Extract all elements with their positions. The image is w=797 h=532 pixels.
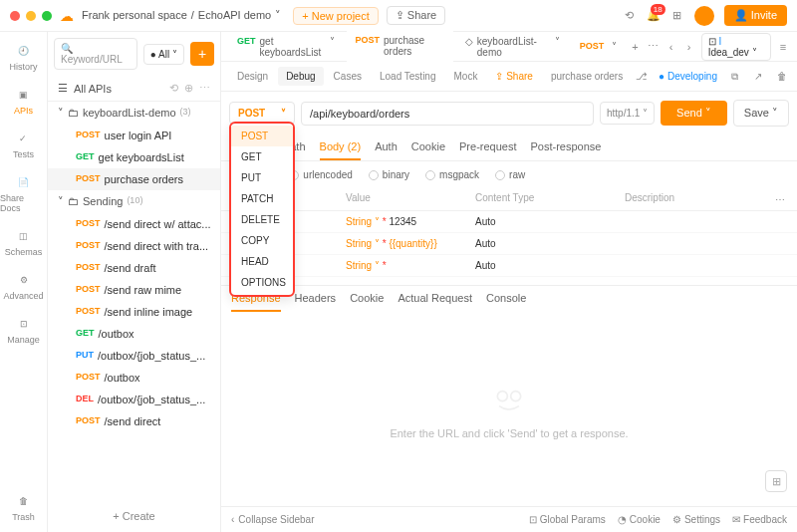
invite-button[interactable]: 👤 Invite xyxy=(724,5,787,26)
footer-settings[interactable]: ⚙ Settings xyxy=(672,514,720,525)
grid-icon[interactable]: ⊞ xyxy=(670,9,684,23)
rail-manage[interactable]: ⊡Manage xyxy=(7,315,40,345)
env-settings-icon[interactable]: ≡ xyxy=(777,40,789,54)
rail-apis[interactable]: ▣APIs xyxy=(14,86,33,116)
avatar[interactable] xyxy=(694,6,714,26)
status-badge[interactable]: Developing xyxy=(659,71,717,82)
req-tab-pre-request[interactable]: Pre-request xyxy=(459,134,516,160)
tree-item[interactable]: POST purchase orders xyxy=(48,168,220,190)
param-row[interactable]: String ˅ * {{quantity}}Auto xyxy=(221,233,797,255)
create-button[interactable]: + Create xyxy=(68,506,200,526)
tree-item[interactable]: GET get keyboardsList xyxy=(48,146,220,168)
branch-icon[interactable]: ⎇ xyxy=(635,70,649,84)
editor-tab[interactable]: GET get keyboardsList ˅ xyxy=(229,32,343,62)
protocol-select[interactable]: http/1.1 ˅ xyxy=(600,102,655,125)
body-type-urlencoded[interactable]: urlencoded xyxy=(289,169,352,180)
editor-tab[interactable]: ◇ keyboardList-demo ˅ xyxy=(457,32,568,62)
menu-icon[interactable]: ⋯ xyxy=(199,82,210,95)
tree-item[interactable]: POST /send inline image xyxy=(48,301,220,323)
refresh-icon[interactable]: ⟲ xyxy=(169,82,178,95)
close-window[interactable] xyxy=(10,11,20,21)
rail-schemas[interactable]: ◫Schemas xyxy=(5,227,43,257)
min-window[interactable] xyxy=(26,11,36,21)
chevron-down-icon[interactable]: ˅ xyxy=(275,9,281,22)
editor-tab[interactable]: POST ˅ xyxy=(572,37,626,56)
search-input[interactable]: 🔍 Keyword/URL xyxy=(54,38,137,70)
rail-tests[interactable]: ✓Tests xyxy=(13,130,34,159)
tab-add-icon[interactable]: + xyxy=(629,40,641,54)
delete-icon[interactable]: 🗑 xyxy=(775,70,789,84)
notifications-icon[interactable]: 🔔18 xyxy=(647,9,661,23)
max-window[interactable] xyxy=(42,11,52,21)
tree-item[interactable]: POST /send direct with tra... xyxy=(48,235,220,257)
tree-item[interactable]: DEL /outbox/{job_status_... xyxy=(48,389,220,410)
tree-item[interactable]: POST /outbox xyxy=(48,367,220,389)
collapse-sidebar[interactable]: ‹ Collapse Sidebar xyxy=(231,514,315,525)
chevron-down-icon[interactable]: ˅ xyxy=(555,36,560,58)
tree-item[interactable]: POST user login API xyxy=(48,125,220,146)
param-row[interactable]: String ˅ * Auto xyxy=(221,255,797,277)
tree-item[interactable]: POST /send direct w/ attac... xyxy=(48,213,220,235)
chevron-down-icon[interactable]: ˅ xyxy=(612,41,617,52)
tab-prev-icon[interactable]: ‹ xyxy=(665,40,677,54)
subtab-debug[interactable]: Debug xyxy=(278,67,323,86)
url-input[interactable]: /api/keyboard/orders xyxy=(301,102,594,126)
subtab-share[interactable]: ⇪ Share xyxy=(487,67,540,86)
footer-feedback[interactable]: ✉ Feedback xyxy=(732,514,787,525)
tree-item[interactable]: POST /send draft xyxy=(48,257,220,279)
body-type-binary[interactable]: binary xyxy=(369,169,409,180)
env-select[interactable]: ⊡ I Idea_dev ˅ xyxy=(701,33,771,61)
rail-share-docs[interactable]: 📄Share Docs xyxy=(0,173,47,213)
all-apis-header[interactable]: ☰ All APIs ⟲⊕⋯ xyxy=(48,76,220,102)
method-option-copy[interactable]: COPY xyxy=(231,230,293,251)
subtab-load testing[interactable]: Load Testing xyxy=(372,67,444,86)
tree-item[interactable]: POST /send direct xyxy=(48,410,220,432)
resp-tab-headers[interactable]: Headers xyxy=(295,286,337,312)
rail-trash[interactable]: 🗑Trash xyxy=(12,492,35,522)
tree-folder[interactable]: ˅ 🗀 keyboardList-demo (3) xyxy=(48,102,220,125)
subtab-design[interactable]: Design xyxy=(229,67,276,86)
method-option-get[interactable]: GET xyxy=(231,146,293,167)
send-button[interactable]: Send ˅ xyxy=(661,101,727,126)
more-icon[interactable]: ⊕ xyxy=(184,82,193,95)
subtab-mock[interactable]: Mock xyxy=(446,67,486,86)
method-option-put[interactable]: PUT xyxy=(231,167,293,188)
tab-next-icon[interactable]: › xyxy=(683,40,695,54)
tab-more-icon[interactable]: ⋯ xyxy=(647,40,659,54)
tree-item[interactable]: GET /outbox xyxy=(48,323,220,345)
filter-dropdown[interactable]: ● All ˅ xyxy=(143,44,184,65)
resp-tab-actual request[interactable]: Actual Request xyxy=(398,286,472,312)
req-tab-cookie[interactable]: Cookie xyxy=(411,134,445,160)
body-type-msgpack[interactable]: msgpack xyxy=(425,169,479,180)
tree-item[interactable]: POST /send raw mime xyxy=(48,279,220,301)
req-tab-post-response[interactable]: Post-response xyxy=(531,134,602,160)
method-option-post[interactable]: POST xyxy=(231,126,293,146)
method-option-delete[interactable]: DELETE xyxy=(231,209,293,230)
resp-tab-console[interactable]: Console xyxy=(486,286,526,312)
more-cols-icon[interactable]: ⋯ xyxy=(773,192,787,206)
project-name[interactable]: EchoAPI demo xyxy=(198,9,271,22)
save-button[interactable]: Save ˅ xyxy=(733,100,789,127)
subtab-cases[interactable]: Cases xyxy=(326,67,370,86)
tree-folder[interactable]: ˅ 🗀 Sending (10) xyxy=(48,190,220,213)
sync-icon[interactable]: ⟲ xyxy=(623,9,637,23)
editor-tab[interactable]: POST purchase orders xyxy=(347,31,452,63)
new-project-button[interactable]: + New project xyxy=(293,7,379,25)
rail-advanced[interactable]: ⚙Advanced xyxy=(3,271,43,301)
share-button[interactable]: ⇪ Share xyxy=(387,6,445,25)
method-dropdown[interactable]: POSTGETPUTPATCHDELETECOPYHEADOPTIONS xyxy=(229,122,295,297)
chevron-down-icon[interactable]: ˅ xyxy=(330,36,335,58)
open-icon[interactable]: ↗ xyxy=(751,70,765,84)
resp-tab-cookie[interactable]: Cookie xyxy=(350,286,384,312)
global-params[interactable]: ⊡ Global Params xyxy=(529,514,606,525)
layout-toggle-icon[interactable]: ⊞ xyxy=(765,470,787,492)
rail-history[interactable]: 🕘History xyxy=(9,42,37,72)
method-option-patch[interactable]: PATCH xyxy=(231,188,293,209)
copy-icon[interactable]: ⧉ xyxy=(727,70,741,84)
req-tab-body[interactable]: Body (2) xyxy=(320,134,362,160)
param-row[interactable]: dIdString ˅ * 12345Auto xyxy=(221,211,797,233)
method-option-options[interactable]: OPTIONS xyxy=(231,272,293,293)
req-tab-auth[interactable]: Auth xyxy=(375,134,398,160)
add-button[interactable]: + xyxy=(190,42,214,66)
method-option-head[interactable]: HEAD xyxy=(231,251,293,272)
